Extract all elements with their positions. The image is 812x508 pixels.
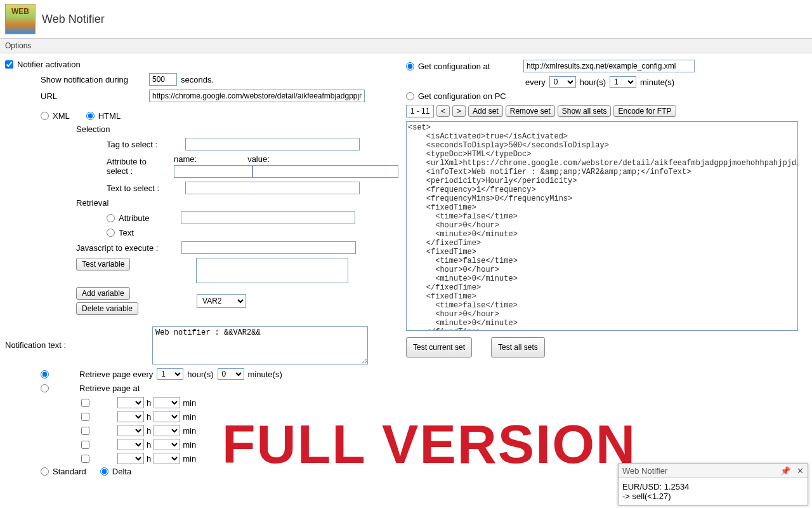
standard-label: Standard xyxy=(53,467,86,476)
tag-to-select-input[interactable] xyxy=(185,138,360,150)
get-config-at-radio[interactable] xyxy=(406,62,414,70)
min-label: min xyxy=(183,440,196,450)
pin-icon[interactable]: 📌 xyxy=(780,466,790,476)
time-h[interactable] xyxy=(117,439,144,450)
notification-text-label: Notification text : xyxy=(5,326,107,350)
time-row-check[interactable] xyxy=(81,441,89,449)
add-set-button[interactable]: Add set xyxy=(468,105,503,117)
notification-popup: Web Notifier 📌 ✕ EUR/USD: 1.2534 -> sell… xyxy=(618,464,808,505)
min-label: min xyxy=(183,426,196,436)
delete-variable-button[interactable]: Delete variable xyxy=(76,302,138,315)
test-all-sets-button[interactable]: Test all sets xyxy=(491,337,545,358)
notifier-activation-checkbox[interactable] xyxy=(5,60,13,69)
text-to-select-input[interactable] xyxy=(185,182,360,194)
html-radio[interactable] xyxy=(86,112,95,120)
variable-select[interactable]: VAR2 xyxy=(197,294,246,308)
notification-text-area[interactable]: Web notifier : &&VAR2&& xyxy=(152,326,368,364)
show-all-sets-button[interactable]: Show all sets xyxy=(558,105,612,117)
xml-content-box[interactable]: <set> <isActivated>true</isActivated> <s… xyxy=(406,121,798,331)
time-m[interactable] xyxy=(154,439,180,450)
get-config-pc-radio[interactable] xyxy=(406,92,414,100)
seconds-input[interactable] xyxy=(149,73,177,86)
min-label: min xyxy=(183,412,196,422)
popup-line-2: -> sell(<1.27) xyxy=(622,491,804,501)
full-version-watermark: FULL VERSION xyxy=(222,413,636,476)
set-range-input[interactable] xyxy=(406,105,434,117)
time-row-check[interactable] xyxy=(81,399,89,407)
every-label: every xyxy=(525,77,546,87)
seconds-label: seconds. xyxy=(181,75,214,84)
get-config-at-label: Get configuration at xyxy=(418,62,520,71)
h-label: h xyxy=(147,440,151,450)
every-hours[interactable]: 0 xyxy=(549,76,576,88)
time-h[interactable] xyxy=(117,411,144,422)
time-m[interactable] xyxy=(154,411,180,422)
retrieval-attribute-label: Attribute xyxy=(119,213,177,223)
retrieve-at-label: Retrieve page at xyxy=(79,384,140,393)
retrieve-every-hours[interactable]: 1 xyxy=(157,368,183,380)
retrieval-text-label: Text xyxy=(119,228,134,237)
attr-name-input[interactable] xyxy=(174,165,252,178)
encode-ftp-button[interactable]: Encode for FTP xyxy=(613,105,676,117)
retrieve-every-mins[interactable]: 0 xyxy=(218,368,244,380)
time-m[interactable] xyxy=(154,397,180,408)
attr-value-input[interactable] xyxy=(252,165,398,178)
config-url-input[interactable] xyxy=(523,60,695,72)
h-label: h xyxy=(147,412,151,422)
delta-label: Delta xyxy=(112,467,131,476)
js-execute-input[interactable] xyxy=(181,241,356,254)
tag-to-select-label: Tag to select : xyxy=(107,140,181,149)
get-config-pc-label: Get configuration on PC xyxy=(418,91,506,101)
time-row-check[interactable] xyxy=(81,413,89,421)
variable-textarea[interactable] xyxy=(196,258,348,283)
min-label: min xyxy=(183,454,196,464)
add-variable-button[interactable]: Add variable xyxy=(76,287,130,300)
delta-radio[interactable] xyxy=(100,467,108,476)
every-mins[interactable]: 1 xyxy=(610,76,636,88)
config-hours-label: hour(s) xyxy=(580,77,606,87)
time-h[interactable] xyxy=(117,425,144,436)
app-header: WEB Web Notifier xyxy=(0,0,812,39)
attr-value-label: value: xyxy=(247,154,270,164)
retrieve-every-radio[interactable] xyxy=(41,370,49,378)
next-set-button[interactable]: > xyxy=(452,105,466,117)
prev-set-button[interactable]: < xyxy=(436,105,450,117)
selection-label: Selection xyxy=(76,124,110,134)
test-variable-button[interactable]: Test variable xyxy=(76,258,130,271)
remove-set-button[interactable]: Remove set xyxy=(506,105,555,117)
xml-radio[interactable] xyxy=(41,112,49,120)
retrieval-label: Retrieval xyxy=(76,198,108,208)
h-label: h xyxy=(147,426,151,436)
time-m[interactable] xyxy=(154,453,180,464)
test-current-set-button[interactable]: Test current set xyxy=(406,337,472,358)
retrieval-text-radio[interactable] xyxy=(107,229,115,237)
retrieval-attribute-input[interactable] xyxy=(181,211,355,224)
url-input[interactable] xyxy=(149,90,365,102)
time-h[interactable] xyxy=(117,397,144,408)
retrieve-every-label: Retrieve page every xyxy=(79,370,153,379)
url-label: URL xyxy=(41,91,145,101)
time-h[interactable] xyxy=(117,453,144,464)
popup-title: Web Notifier xyxy=(622,466,667,476)
standard-radio[interactable] xyxy=(41,467,49,476)
xml-label: XML xyxy=(53,111,70,121)
html-label: HTML xyxy=(98,111,121,121)
options-menu[interactable]: Options xyxy=(0,39,812,53)
retrieve-at-radio[interactable] xyxy=(41,384,49,392)
notifier-activation-label: Notifier activation xyxy=(17,60,81,69)
text-to-select-label: Text to select : xyxy=(107,184,181,193)
h-label: h xyxy=(147,398,151,408)
mins-label: minute(s) xyxy=(248,370,282,379)
attr-name-label: name: xyxy=(174,154,197,164)
close-icon[interactable]: ✕ xyxy=(797,466,804,476)
attribute-to-select-label: Attribute to select : xyxy=(107,157,170,176)
time-row-check[interactable] xyxy=(81,455,89,463)
config-mins-label: minute(s) xyxy=(640,77,674,87)
min-label: min xyxy=(183,398,196,408)
time-row-check[interactable] xyxy=(81,427,89,435)
retrieval-attribute-radio[interactable] xyxy=(107,214,115,222)
app-title: Web Notifier xyxy=(42,13,105,26)
hours-label: hour(s) xyxy=(187,370,213,379)
time-m[interactable] xyxy=(154,425,180,436)
js-execute-label: Javascript to execute : xyxy=(76,243,178,253)
